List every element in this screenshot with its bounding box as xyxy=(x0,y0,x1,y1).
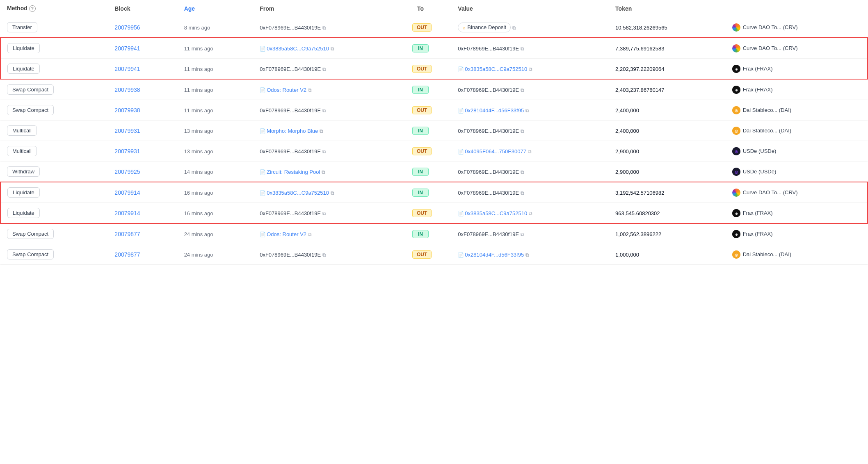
copy-icon[interactable]: ⧉ xyxy=(308,87,312,93)
from-cell: 0xF078969E...B4430f19E⧉ xyxy=(253,141,411,161)
direction-cell: IN xyxy=(411,121,451,141)
from-cell: 0xF078969E...B4430f19E⧉ xyxy=(253,17,411,38)
token-cell: ◎USDe (USDe) xyxy=(726,141,868,161)
direction-badge: IN xyxy=(412,168,429,176)
copy-icon[interactable]: ⧉ xyxy=(320,128,323,134)
col-header-block: Block xyxy=(108,0,177,17)
block-link[interactable]: 20079914 xyxy=(114,210,140,216)
to-address-link[interactable]: 0x4095F064...750E30077 xyxy=(465,148,526,155)
block-link[interactable]: 20079877 xyxy=(114,251,140,258)
token-name: Dai Stableco... (DAI) xyxy=(743,107,792,113)
from-address-link[interactable]: Odos: Router V2 xyxy=(267,87,306,93)
from-address-link[interactable]: Odos: Router V2 xyxy=(267,231,306,237)
copy-icon[interactable]: ⧉ xyxy=(521,46,524,52)
copy-icon[interactable]: ⧉ xyxy=(322,149,326,155)
table-row: Liquidate2007991416 mins ago0xF078969E..… xyxy=(0,203,868,224)
direction-cell: IN xyxy=(411,79,451,100)
token-cell: ⊛Frax (FRAX) xyxy=(726,223,868,244)
value-text: 1,000,000 xyxy=(615,252,639,258)
method-button[interactable]: Swap Compact xyxy=(7,84,54,95)
from-cell: 0xF078969E...B4430f19E⧉ xyxy=(253,100,411,121)
to-address: 0xF078969E...B4430f19E xyxy=(458,128,519,134)
from-address: 0xF078969E...B4430f19E xyxy=(260,252,321,258)
method-button[interactable]: Liquidate xyxy=(7,43,40,53)
copy-icon[interactable]: ⧉ xyxy=(521,232,524,237)
method-button[interactable]: Transfer xyxy=(7,22,37,32)
from-address-link[interactable]: Morpho: Morpho Blue xyxy=(267,128,318,134)
copy-icon[interactable]: ⧉ xyxy=(529,211,532,216)
block-link[interactable]: 20079931 xyxy=(114,148,140,155)
to-address-link[interactable]: 0x3835a58C...C9a752510 xyxy=(465,210,527,216)
to-address: 0xF078969E...B4430f19E xyxy=(458,231,519,237)
block-link[interactable]: 20079914 xyxy=(114,189,140,196)
method-button[interactable]: Liquidate xyxy=(7,187,40,198)
direction-badge: OUT xyxy=(412,209,432,217)
block-link[interactable]: 20079877 xyxy=(114,231,140,237)
method-button[interactable]: Swap Compact xyxy=(7,229,54,239)
token-name: USDe (USDe) xyxy=(743,148,777,154)
age-cell: 13 mins ago xyxy=(178,141,254,161)
from-address-link[interactable]: 0x3835a58C...C9a752510 xyxy=(267,190,329,196)
to-cell: 0xF078969E...B4430f19E⧉ xyxy=(451,161,609,182)
method-button[interactable]: Withdraw xyxy=(7,166,40,177)
block-link[interactable]: 20079931 xyxy=(114,127,140,134)
copy-icon[interactable]: ⧉ xyxy=(308,232,312,237)
method-cell: Multicall xyxy=(0,141,108,161)
help-icon[interactable]: ? xyxy=(29,5,36,12)
col-header-age: Age xyxy=(178,0,254,17)
copy-icon[interactable]: ⧉ xyxy=(322,252,326,258)
method-cell: Liquidate xyxy=(0,203,108,224)
block-cell: 20079877 xyxy=(108,244,177,265)
copy-icon[interactable]: ⧉ xyxy=(331,190,334,196)
table-row: Swap Compact2007993811 mins ago0xF078969… xyxy=(0,100,868,121)
method-button[interactable]: Liquidate xyxy=(7,64,40,74)
copy-icon[interactable]: ⧉ xyxy=(529,66,532,72)
to-address-link[interactable]: 0x3835a58C...C9a752510 xyxy=(465,66,527,72)
block-link[interactable]: 20079941 xyxy=(114,66,140,72)
to-cell: 0xF078969E...B4430f19E⧉ xyxy=(451,182,609,203)
from-address-link[interactable]: 0x3835a58C...C9a752510 xyxy=(267,45,329,52)
method-button[interactable]: Multicall xyxy=(7,146,37,156)
table-row: Swap Compact2007993811 mins ago📄Odos: Ro… xyxy=(0,79,868,100)
method-button[interactable]: Swap Compact xyxy=(7,249,54,259)
method-button[interactable]: Multicall xyxy=(7,125,37,136)
copy-icon[interactable]: ⧉ xyxy=(322,66,326,72)
copy-icon[interactable]: ⧉ xyxy=(322,211,326,216)
copy-icon[interactable]: ⧉ xyxy=(525,252,529,258)
copy-icon[interactable]: ⧉ xyxy=(322,25,326,31)
direction-badge: IN xyxy=(412,127,429,135)
direction-cell: IN xyxy=(411,182,451,203)
copy-icon[interactable]: ⧉ xyxy=(521,169,524,175)
block-cell: 20079925 xyxy=(108,161,177,182)
copy-icon[interactable]: ⧉ xyxy=(528,149,532,155)
copy-icon[interactable]: ⧉ xyxy=(322,108,326,114)
copy-icon[interactable]: ⧉ xyxy=(521,190,524,196)
age-text: 16 mins ago xyxy=(184,190,213,196)
copy-icon[interactable]: ⧉ xyxy=(512,25,516,31)
block-link[interactable]: 20079925 xyxy=(114,168,140,175)
to-address-link[interactable]: 0x28104d4F...d56F33f95 xyxy=(465,107,524,114)
to-address-link[interactable]: 0x28104d4F...d56F33f95 xyxy=(465,252,524,258)
copy-icon[interactable]: ⧉ xyxy=(521,128,524,134)
from-address: 0xF078969E...B4430f19E xyxy=(260,210,321,216)
copy-icon[interactable]: ⧉ xyxy=(525,108,529,114)
age-cell: 24 mins ago xyxy=(178,223,254,244)
block-link[interactable]: 20079956 xyxy=(114,24,140,31)
method-button[interactable]: Swap Compact xyxy=(7,105,54,115)
copy-icon[interactable]: ⧉ xyxy=(331,46,334,52)
token-cell: ⊛Frax (FRAX) xyxy=(726,203,868,224)
value-text: 2,202,397.22209064 xyxy=(615,66,664,72)
block-cell: 20079941 xyxy=(108,59,177,80)
block-link[interactable]: 20079938 xyxy=(114,107,140,114)
to-cell: 0xF078969E...B4430f19E⧉ xyxy=(451,38,609,59)
method-button[interactable]: Liquidate xyxy=(7,208,40,218)
block-link[interactable]: 20079941 xyxy=(114,45,140,52)
from-cell: 📄Odos: Router V2⧉ xyxy=(253,223,411,244)
token-info: ⊛Frax (FRAX) xyxy=(732,65,861,73)
token-info: ⊛Frax (FRAX) xyxy=(732,209,861,217)
token-info: ◎Dai Stableco... (DAI) xyxy=(732,127,861,135)
block-link[interactable]: 20079938 xyxy=(114,86,140,93)
from-address-link[interactable]: Zircuit: Restaking Pool xyxy=(267,169,320,175)
copy-icon[interactable]: ⧉ xyxy=(521,87,524,93)
copy-icon[interactable]: ⧉ xyxy=(322,169,325,175)
